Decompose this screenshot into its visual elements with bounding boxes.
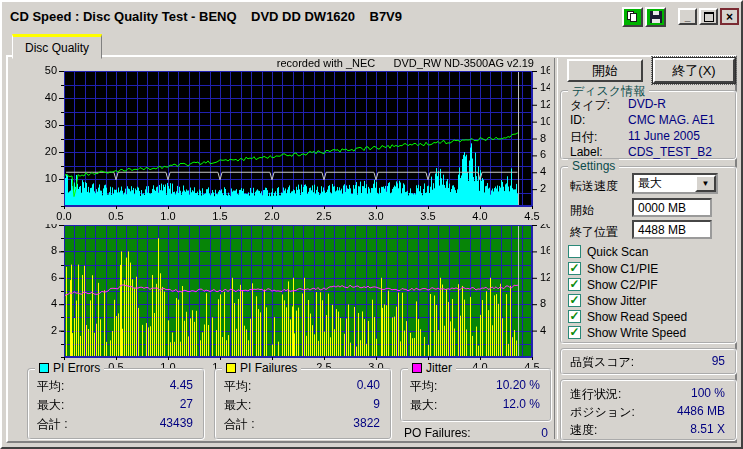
position-label: ポジション: xyxy=(570,404,635,421)
disc-info-group: ディスク情報 タイプ:DVD-R ID:CMC MAG. AE1 日付:11 J… xyxy=(560,90,737,160)
disc-date-label: 日付: xyxy=(570,129,597,146)
pi-failures-legend-icon xyxy=(226,363,236,373)
scan-end-input[interactable]: 4488 MB xyxy=(632,220,712,239)
jitter-legend-icon xyxy=(412,363,422,373)
disc-label-label: Label: xyxy=(570,145,603,159)
pi-failures-chart xyxy=(10,224,550,370)
progress-value: 100 % xyxy=(691,386,725,400)
settings-caption: Settings xyxy=(568,159,619,173)
tab-disc-quality[interactable]: Disc Quality xyxy=(12,34,102,59)
progress-label: 進行状況: xyxy=(570,386,621,403)
disc-id-label: ID: xyxy=(570,113,585,127)
titlebar: CD Speed : Disc Quality Test - BENQ DVD … xyxy=(4,4,739,29)
avg-label: 平均: xyxy=(410,378,437,395)
pi-errors-caption: PI Errors xyxy=(35,361,104,375)
checkbox-show-write-speed[interactable]: ✓ Show Write Speed xyxy=(568,325,686,340)
speed-label: 転送速度 xyxy=(570,178,618,195)
speed-combobox[interactable]: 最大 ▼ xyxy=(632,173,718,194)
total-label: 合計 : xyxy=(37,416,68,433)
avg-label: 平均: xyxy=(224,378,251,395)
speed-stat-label: 速度: xyxy=(570,422,597,439)
maximize-icon xyxy=(704,12,714,22)
progress-box: 進行状況:100 % ポジション:4486 MB 速度:8.51 X xyxy=(560,379,737,441)
po-failures-value: 0 xyxy=(541,426,548,440)
exit-button[interactable]: 終了(X) xyxy=(653,58,735,83)
total-label: 合計 : xyxy=(224,416,255,433)
maximize-button[interactable] xyxy=(699,8,718,25)
combo-dropdown-button[interactable]: ▼ xyxy=(695,175,716,192)
max-label: 最大: xyxy=(410,397,437,414)
speed-value: 最大 xyxy=(634,175,695,192)
pi-failures-caption: PI Failures xyxy=(222,361,301,375)
copy-button[interactable] xyxy=(622,7,643,27)
app-window: CD Speed : Disc Quality Test - BENQ DVD … xyxy=(0,0,743,449)
check-icon: ✓ xyxy=(569,327,579,338)
checkbox-show-c2-pif[interactable]: ✓ Show C2/PIF xyxy=(568,277,658,292)
check-icon: ✓ xyxy=(569,311,579,322)
checkbox-show-c1-pie[interactable]: ✓ Show C1/PIE xyxy=(568,261,658,276)
pi-failures-panel: PI Failures 平均:0.40 最大:9 合計 :3822 xyxy=(214,368,392,440)
quality-score-value: 95 xyxy=(712,354,725,368)
max-value: 12.0 % xyxy=(503,397,540,411)
po-failures-row: PO Failures: 0 xyxy=(404,426,548,442)
jitter-caption: Jitter xyxy=(408,361,456,375)
minimize-icon: _ xyxy=(685,11,691,22)
pi-errors-panel: PI Errors 平均:4.45 最大:27 合計 :43439 xyxy=(27,368,205,440)
checkbox-quick-scan[interactable]: ✓ Quick Scan xyxy=(568,244,648,259)
quality-score-box: 品質スコア:95 xyxy=(560,348,737,375)
checkbox-show-jitter[interactable]: ✓ Show Jitter xyxy=(568,293,646,308)
disc-label-value: CDS_TEST_B2 xyxy=(628,145,712,159)
vertical-divider xyxy=(554,58,558,439)
tab-label: Disc Quality xyxy=(25,41,89,55)
avg-value: 4.45 xyxy=(170,378,193,392)
total-value: 3822 xyxy=(353,416,380,430)
max-label: 最大: xyxy=(37,397,64,414)
quality-score-label: 品質スコア: xyxy=(570,354,634,371)
position-value: 4486 MB xyxy=(677,404,725,418)
check-icon: ✓ xyxy=(569,295,579,306)
max-value: 9 xyxy=(373,397,380,411)
check-icon: ✓ xyxy=(569,279,579,290)
disc-type-label: タイプ: xyxy=(570,97,610,114)
disc-id-value: CMC MAG. AE1 xyxy=(628,113,715,127)
close-icon: × xyxy=(726,12,733,22)
scan-end-label: 終了位置 xyxy=(570,224,618,241)
max-value: 27 xyxy=(180,397,193,411)
checkbox-show-read-speed[interactable]: ✓ Show Read Speed xyxy=(568,309,687,324)
save-icon xyxy=(650,11,662,23)
max-label: 最大: xyxy=(224,397,251,414)
speed-stat-value: 8.51 X xyxy=(690,422,725,436)
save-button[interactable] xyxy=(645,7,666,27)
chevron-down-icon: ▼ xyxy=(702,179,710,188)
jitter-panel: Jitter 平均:10.20 % 最大:12.0 % xyxy=(400,368,552,422)
po-failures-label: PO Failures: xyxy=(404,426,471,440)
disc-date-value: 11 June 2005 xyxy=(628,129,700,143)
window-title: CD Speed : Disc Quality Test - BENQ DVD … xyxy=(4,9,620,24)
minimize-button[interactable]: _ xyxy=(678,8,697,25)
check-icon: ✓ xyxy=(569,263,579,274)
pi-errors-chart xyxy=(10,54,550,222)
total-value: 43439 xyxy=(160,416,193,430)
pi-errors-legend-icon xyxy=(39,363,49,373)
scan-start-label: 開始 xyxy=(570,202,594,219)
close-button[interactable]: × xyxy=(720,8,739,25)
avg-label: 平均: xyxy=(37,378,64,395)
copy-icon xyxy=(627,11,638,23)
disc-type-value: DVD-R xyxy=(628,97,666,111)
recorded-with-label: recorded with _NEC DVD_RW ND-3500AG v2.1… xyxy=(202,57,534,69)
avg-value: 0.40 xyxy=(357,378,380,392)
scan-start-input[interactable]: 0000 MB xyxy=(632,198,712,217)
start-button[interactable]: 開始 xyxy=(567,59,643,82)
avg-value: 10.20 % xyxy=(496,378,540,392)
